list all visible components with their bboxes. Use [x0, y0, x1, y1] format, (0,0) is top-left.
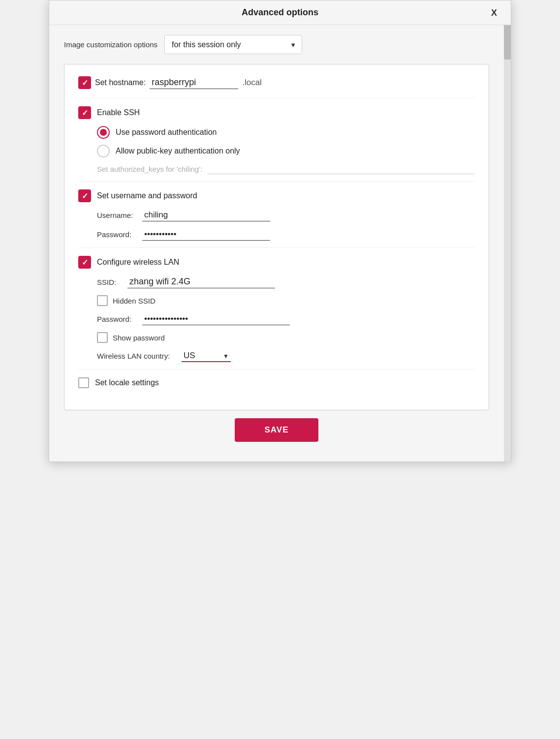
- credentials-label: Set username and password: [97, 191, 197, 200]
- pubkey-auth-radio[interactable]: [97, 145, 110, 157]
- session-select[interactable]: for this session only to always use neve…: [164, 35, 302, 54]
- close-button[interactable]: X: [487, 5, 501, 20]
- wireless-label: Configure wireless LAN: [97, 258, 179, 267]
- password-row: Password:: [97, 228, 475, 241]
- wireless-section: Configure wireless LAN SSID: Hidden SSID…: [78, 256, 475, 362]
- credentials-checkbox[interactable]: [78, 189, 91, 202]
- country-row: Wireless LAN country: US GB CN DE FR JP: [97, 350, 475, 362]
- credentials-checkbox-row: Set username and password: [78, 189, 475, 202]
- hostname-input[interactable]: [150, 76, 238, 89]
- auth-keys-label: Set authorized_keys for 'chiling':: [97, 165, 202, 173]
- country-label: Wireless LAN country:: [97, 352, 176, 360]
- hostname-row: Set hostname: .local: [78, 76, 475, 89]
- dialog-title: Advanced options: [242, 7, 318, 18]
- password-auth-label: Use password authentication: [116, 128, 217, 137]
- hostname-suffix: .local: [242, 78, 262, 88]
- ssid-row: SSID:: [97, 276, 475, 288]
- password-auth-radio[interactable]: [97, 126, 110, 139]
- password-field-label: Password:: [97, 230, 136, 239]
- ssh-section: Enable SSH Use password authentication A…: [78, 106, 475, 174]
- dialog-header: Advanced options X: [49, 0, 511, 25]
- hostname-checkbox[interactable]: [78, 76, 91, 89]
- wireless-checkbox-row: Configure wireless LAN: [78, 256, 475, 269]
- enable-ssh-checkbox[interactable]: [78, 106, 91, 119]
- wifi-password-row: Password:: [97, 313, 475, 325]
- enable-ssh-label: Enable SSH: [97, 108, 140, 117]
- show-password-label: Show password: [113, 334, 165, 342]
- ssid-input[interactable]: [127, 276, 275, 288]
- session-select-wrap: for this session only to always use neve…: [164, 35, 302, 54]
- country-select-wrap: US GB CN DE FR JP: [182, 350, 231, 362]
- authorized-keys-row: Set authorized_keys for 'chiling':: [97, 163, 475, 174]
- scrollbar-track[interactable]: [504, 0, 511, 462]
- hostname-label: Set hostname:: [95, 78, 146, 87]
- advanced-options-dialog: Advanced options X Image customization o…: [49, 0, 511, 462]
- session-row: Image customization options for this ses…: [64, 35, 489, 54]
- enable-ssh-row: Enable SSH: [78, 106, 475, 119]
- hidden-ssid-row: Hidden SSID: [97, 295, 475, 306]
- pubkey-auth-label: Allow public-key authentication only: [116, 147, 240, 155]
- pubkey-auth-row: Allow public-key authentication only: [97, 145, 475, 157]
- auth-keys-input[interactable]: [207, 163, 475, 174]
- ssid-label: SSID:: [97, 278, 122, 286]
- wireless-checkbox[interactable]: [78, 256, 91, 269]
- country-select[interactable]: US GB CN DE FR JP: [182, 350, 231, 362]
- hidden-ssid-label: Hidden SSID: [113, 297, 156, 305]
- username-row: Username:: [97, 209, 475, 221]
- username-input[interactable]: [142, 209, 270, 221]
- password-auth-row: Use password authentication: [97, 126, 475, 139]
- locale-checkbox[interactable]: [78, 377, 89, 388]
- password-input[interactable]: [142, 228, 270, 241]
- hidden-ssid-checkbox[interactable]: [97, 295, 108, 306]
- dialog-body: Image customization options for this ses…: [49, 25, 511, 462]
- save-button[interactable]: SAVE: [235, 418, 318, 442]
- save-row: SAVE: [64, 410, 489, 447]
- locale-label: Set locale settings: [95, 378, 159, 387]
- credentials-section: Set username and password Username: Pass…: [78, 189, 475, 241]
- locale-row: Set locale settings: [78, 377, 475, 388]
- show-password-checkbox[interactable]: [97, 332, 108, 343]
- wifi-password-input[interactable]: [142, 313, 290, 325]
- username-field-label: Username:: [97, 211, 136, 219]
- wifi-password-label: Password:: [97, 315, 136, 323]
- session-label: Image customization options: [64, 40, 157, 49]
- show-password-row: Show password: [97, 332, 475, 343]
- options-panel: Set hostname: .local Enable SSH Use pass…: [64, 64, 489, 410]
